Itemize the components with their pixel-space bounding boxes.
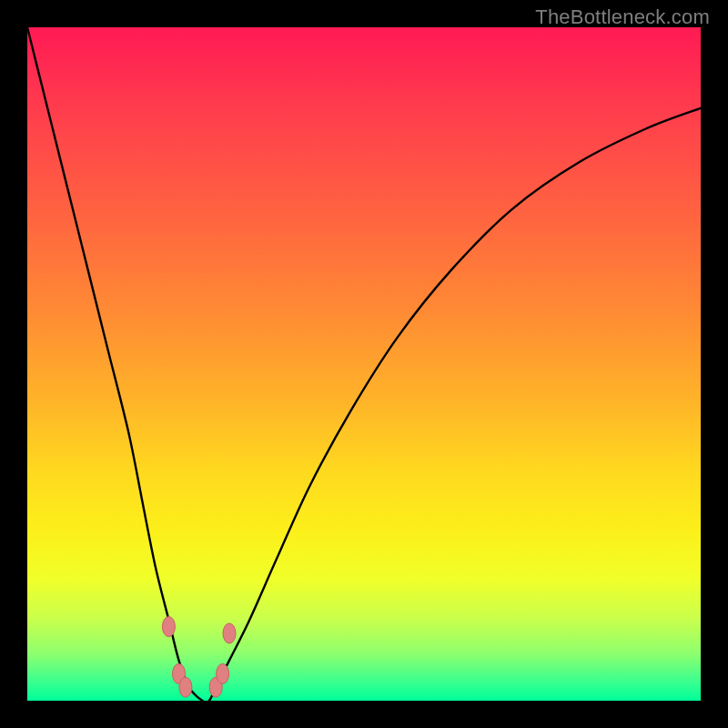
curve-marker-2 xyxy=(179,677,192,697)
curve-marker-0 xyxy=(162,617,175,637)
watermark-text: TheBottleneck.com xyxy=(535,5,710,29)
bottleneck-curve xyxy=(27,27,701,703)
chart-frame: TheBottleneck.com xyxy=(0,0,728,728)
curve-layer xyxy=(27,27,701,701)
marker-group xyxy=(162,617,236,698)
plot-area xyxy=(27,27,701,701)
curve-marker-4 xyxy=(217,663,229,683)
curve-marker-5 xyxy=(223,623,236,643)
